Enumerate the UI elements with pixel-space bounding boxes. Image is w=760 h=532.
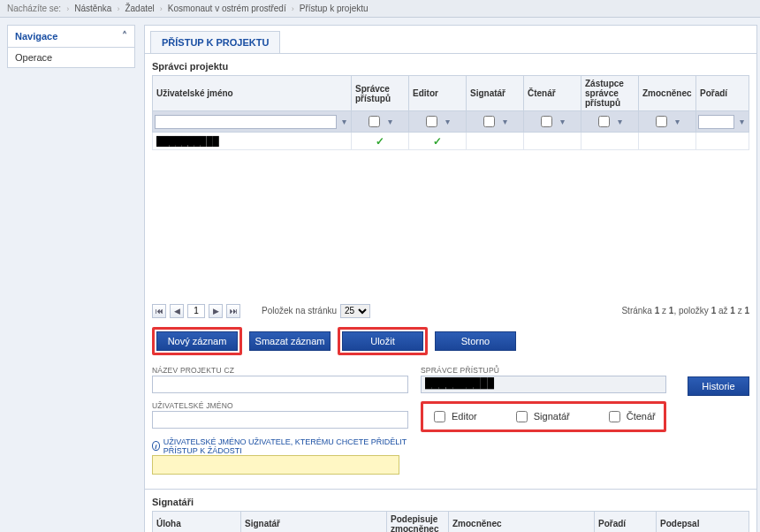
page-title: PŘÍSTUP K PROJEKTU — [150, 31, 280, 53]
col-access-admin[interactable]: Správce přístupů — [352, 76, 409, 111]
pager-last-button[interactable]: ⏭ — [226, 304, 240, 318]
username-hint: i UŽIVATELSKÉ JMÉNO UŽIVATELE, KTERÉMU C… — [152, 437, 408, 455]
signatories-table: Úloha Signatář Podepisuje zmocněnec Zmoc… — [152, 511, 749, 533]
breadcrumb-item[interactable]: Kosmonaut v ostrém prostředí — [168, 4, 286, 13]
per-page-select[interactable]: 25 — [340, 304, 370, 318]
filter-icon[interactable]: ▾ — [736, 117, 747, 127]
sidebar-item-label: Operace — [15, 52, 52, 63]
filter-reader-check[interactable] — [541, 116, 552, 127]
cell-username: ██████████ — [156, 136, 201, 145]
pager-next-button[interactable]: ▶ — [209, 304, 223, 318]
filter-icon[interactable]: ▾ — [384, 117, 395, 127]
info-icon: i — [152, 441, 160, 451]
filter-icon[interactable]: ▾ — [614, 117, 625, 127]
filter-signatory-check[interactable] — [483, 116, 495, 127]
breadcrumb-label: Nacházíte se: — [7, 4, 61, 13]
filter-proxy-check[interactable] — [656, 116, 667, 127]
role-editor[interactable]: Editor — [430, 408, 477, 425]
username-input[interactable] — [152, 411, 408, 429]
role-checks: Editor Signatář Čtenář — [425, 406, 662, 428]
chevron-right-icon: › — [160, 4, 163, 13]
admins-table: Uživatelské jméno Správce přístupů Edito… — [152, 75, 749, 300]
filter-deputy-check[interactable] — [598, 116, 610, 127]
breadcrumb-item[interactable]: Nástěnka — [74, 4, 111, 13]
col-signatory[interactable]: Signatář — [467, 76, 524, 111]
filter-icon[interactable]: ▾ — [338, 117, 349, 127]
col-username[interactable]: Uživatelské jméno — [153, 76, 352, 111]
col-proxy[interactable]: Zmocněnec — [639, 76, 696, 111]
cancel-button[interactable]: Storno — [435, 331, 516, 351]
breadcrumb-item[interactable]: Žadatel — [125, 4, 154, 13]
access-admin-value: ██████████ — [421, 376, 666, 393]
sidebar-item-operations[interactable]: Operace — [7, 48, 135, 68]
filter-username-input[interactable] — [155, 115, 337, 129]
chevron-right-icon: › — [292, 4, 294, 13]
assign-username-input[interactable] — [152, 455, 399, 475]
filter-order-input[interactable] — [698, 115, 734, 129]
save-button[interactable]: Uložit — [342, 331, 423, 351]
filter-icon[interactable]: ▾ — [557, 117, 567, 127]
admins-section-title: Správci projektu — [145, 53, 756, 75]
check-icon: ✓ — [433, 135, 442, 148]
new-record-button[interactable]: Nový záznam — [156, 331, 238, 351]
role-reader[interactable]: Čtenář — [605, 408, 656, 425]
col-order[interactable]: Pořadí — [696, 76, 749, 111]
col-order[interactable]: Pořadí — [595, 511, 657, 532]
pager-first-button[interactable]: ⏮ — [152, 304, 166, 318]
access-admin-label: SPRÁVCE PŘÍSTUPŮ — [421, 366, 666, 375]
project-name-label: NÁZEV PROJEKTU CZ — [152, 366, 408, 375]
col-editor[interactable]: Editor — [409, 76, 467, 111]
filter-access-admin-check[interactable] — [369, 116, 380, 127]
username-label: UŽIVATELSKÉ JMÉNO — [152, 401, 408, 410]
filter-editor-check[interactable] — [426, 116, 437, 127]
chevron-up-icon: ˄ — [122, 30, 127, 42]
filter-icon[interactable]: ▾ — [672, 117, 682, 127]
per-page-label: Položek na stránku — [262, 306, 337, 315]
sidebar-nav-heading[interactable]: Navigace ˄ — [7, 25, 135, 48]
col-deputy[interactable]: Zástupce správce přístupů — [581, 76, 639, 111]
pager-page-input[interactable] — [187, 304, 205, 318]
col-reader[interactable]: Čtenář — [524, 76, 581, 111]
role-signatory[interactable]: Signatář — [513, 408, 570, 425]
delete-record-button[interactable]: Smazat záznam — [249, 331, 331, 351]
check-icon: ✓ — [376, 135, 384, 148]
signatory-checkbox[interactable] — [516, 411, 528, 422]
col-proxy[interactable]: Zmocněnec — [449, 511, 595, 532]
col-signs-proxy[interactable]: Podepisuje zmocněnec — [387, 511, 449, 532]
pager-prev-button[interactable]: ◀ — [170, 304, 184, 318]
button-row: Nový záznam Smazat záznam Uložit Storno — [152, 322, 749, 361]
project-name-input[interactable] — [152, 376, 408, 393]
signatories-section-title: Signatáři — [145, 489, 756, 511]
breadcrumb-item[interactable]: Přístup k projektu — [300, 4, 369, 13]
main-panel: PŘÍSTUP K PROJEKTU Správci projektu — [144, 25, 757, 532]
pager: ⏮ ◀ ▶ ⏭ Položek na stránku 25 S — [152, 300, 749, 322]
filter-icon[interactable]: ▾ — [442, 117, 452, 127]
col-role[interactable]: Úloha — [153, 511, 241, 532]
editor-checkbox[interactable] — [434, 411, 445, 422]
breadcrumb: Nacházíte se: › Nástěnka › Žadatel › Kos… — [0, 0, 760, 18]
sidebar: Navigace ˄ Operace — [7, 25, 135, 68]
col-signatory[interactable]: Signatář — [241, 511, 387, 532]
col-signed[interactable]: Podepsal — [657, 511, 749, 532]
pager-summary: Stránka 1 z 1, položky 1 až 1 z 1 — [621, 306, 749, 315]
reader-checkbox[interactable] — [609, 411, 620, 422]
history-button[interactable]: Historie — [688, 376, 749, 396]
filter-icon[interactable]: ▾ — [499, 117, 510, 127]
chevron-right-icon: › — [117, 4, 119, 13]
sidebar-nav-label: Navigace — [15, 31, 57, 42]
chevron-right-icon: › — [66, 4, 69, 13]
table-row[interactable]: ██████████ ✓ ✓ — [153, 133, 749, 150]
